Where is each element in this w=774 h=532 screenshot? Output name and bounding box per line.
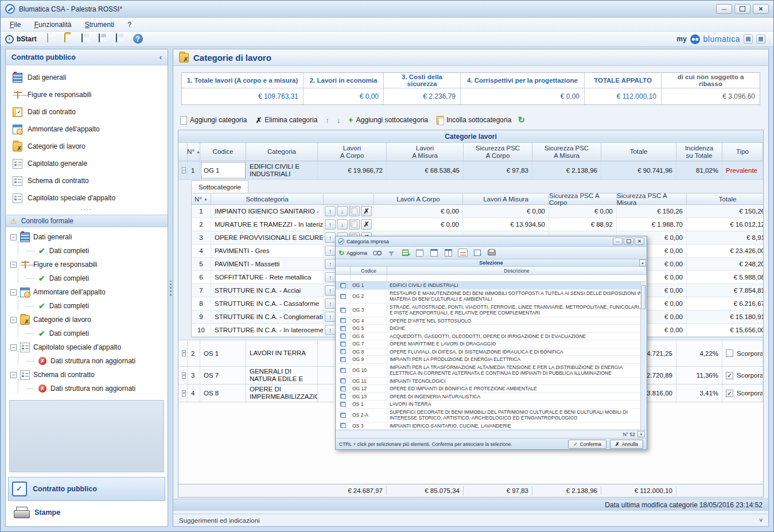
filter-code-input[interactable] [351, 275, 387, 281]
sub-col-lavori-corpo[interactable]: Lavori A Corpo [374, 193, 463, 204]
collapse-row-button[interactable] [178, 161, 188, 179]
split-view-icon[interactable] [444, 248, 453, 257]
tree-expander[interactable] [10, 344, 17, 351]
category-row-og1[interactable]: 1 OG 1 EDIFICI CIVILI E INDUSTRIALI € 19… [178, 161, 763, 180]
paste-subcategory-button[interactable]: Incolla sottocategoria [434, 115, 514, 126]
expand-row-button[interactable] [178, 367, 188, 384]
count-dropdown-icon[interactable] [637, 431, 645, 437]
copy-button[interactable] [349, 219, 360, 230]
col-sicurezza-misura[interactable]: Sicurezza PSCA Misura [532, 143, 601, 161]
tree-expander[interactable] [10, 317, 17, 323]
col-totale[interactable]: Totale [601, 143, 676, 161]
scorporabile-checkbox[interactable] [726, 390, 733, 397]
category-option-row[interactable]: OG 5 DIGHE [336, 325, 647, 333]
filter-icon[interactable] [386, 248, 396, 257]
sidebar-item[interactable]: Capitolato speciale d'appalto [8, 189, 165, 207]
col-sicurezza-corpo[interactable]: Sicurezza PSCA Corpo [464, 143, 532, 161]
news-icon[interactable] [756, 34, 765, 44]
category-option-row[interactable]: OG 3 STRADE, AUTOSTRADE, PONTI, VIADOTTI… [336, 304, 647, 317]
sidebar-stampe-button[interactable]: Stampe [8, 501, 165, 524]
expand-row-button[interactable] [178, 385, 188, 402]
save-all-button[interactable] [99, 34, 110, 44]
sidebar-contratto-pubblico-button[interactable]: Contratto pubblico [8, 477, 165, 501]
help-button[interactable] [133, 34, 145, 44]
category-option-row[interactable]: OG 10 IMPIANTI PER LA TRASFORMAZIONE ALT… [336, 364, 647, 378]
minimize-button[interactable] [716, 4, 732, 14]
move-down-button[interactable] [337, 206, 348, 216]
move-up-button[interactable] [325, 232, 336, 243]
dialog-scrollbar[interactable] [640, 282, 647, 430]
category-option-row[interactable]: OG 2 RESTAURO E MANUTENZIONE DEI BENI IM… [336, 290, 647, 304]
expand-row-button[interactable] [178, 340, 188, 366]
subcategory-row[interactable]: 1 IMPIANTO IGIENICO SANITARIO - € 0,00 €… [192, 205, 764, 218]
col-num[interactable]: N° [188, 143, 200, 161]
save-as-button[interactable] [116, 34, 127, 44]
menu-item[interactable]: ? [122, 19, 137, 30]
col-codice[interactable]: Codice [200, 143, 246, 161]
col-incidenza[interactable]: Incidenzasu Totale [676, 143, 722, 161]
category-option-row[interactable]: OG 12 OPERE ED IMPIANTI DI BONIFICA E PR… [336, 385, 647, 393]
menu-item[interactable]: Funzionalità [29, 19, 77, 30]
move-up-button[interactable] [325, 312, 336, 322]
dialog-close-button[interactable] [635, 238, 644, 245]
move-down-button[interactable] [337, 219, 348, 230]
bstart-button[interactable]: bStart [5, 35, 37, 44]
close-button[interactable] [753, 4, 769, 14]
delete-button[interactable] [361, 206, 372, 216]
col-tipo[interactable]: Tipo [722, 143, 763, 161]
sub-col-name[interactable]: Sottocategoria [211, 193, 324, 204]
move-up-button[interactable] [324, 116, 331, 125]
find-icon[interactable] [372, 248, 382, 257]
delete-category-button[interactable]: Elimina categoria [253, 115, 320, 126]
tree-node-label[interactable]: Figure e responsabili [33, 261, 97, 269]
sidebar-splitter[interactable]: ···· [6, 208, 168, 215]
category-option-row[interactable]: OG 11 IMPIANTI TECNOLOGICI [336, 378, 647, 386]
category-option-row[interactable]: OG 4 OPERE D'ARTE NEL SOTTOSUOLO [336, 317, 647, 325]
dialog-col-codice[interactable]: Codice [351, 267, 387, 274]
tree-expander[interactable] [10, 289, 17, 296]
dialog-col-descrizione[interactable]: Descrizione [387, 267, 647, 274]
maximize-button[interactable] [734, 4, 750, 14]
category-option-row[interactable]: OS 1 LAVORI IN TERRA [336, 401, 647, 409]
dialog-maximize-button[interactable] [624, 238, 633, 245]
delete-button[interactable] [361, 219, 372, 230]
col-lavori-misura[interactable]: LavoriA Misura [387, 143, 464, 161]
sub-col-sicurezza-misura[interactable]: Sicurezza PSC A Misura [617, 193, 687, 204]
row-code-cell[interactable]: OS 8 [200, 385, 246, 402]
category-option-row[interactable]: OG 1 EDIFICI CIVILI E INDUSTRIALI [336, 282, 647, 290]
move-up-button[interactable] [325, 298, 336, 309]
scorporabile-checkbox[interactable] [726, 372, 733, 379]
new-file-button[interactable] [47, 34, 59, 44]
category-option-row[interactable]: OS 3 IMPIANTI IDRICO-SANITARIO, CUCINE, … [336, 422, 647, 430]
sidebar-item[interactable]: Ammontare dell'appalto [8, 121, 165, 138]
sub-col-totale[interactable]: Totale [687, 193, 764, 204]
scorporabile-checkbox[interactable] [726, 350, 733, 357]
sidebar-item[interactable]: Capitolato generale [8, 155, 165, 172]
category-option-row[interactable]: OG 9 IMPIANTI PER LA PRODUZIONE DI ENERG… [336, 356, 647, 364]
tab-sottocategorie[interactable]: Sottocategorie [191, 180, 248, 193]
chevron-down-icon[interactable] [759, 517, 763, 523]
vertical-splitter[interactable] [168, 49, 173, 527]
grid-view-icon[interactable] [429, 248, 439, 257]
col-categoria[interactable]: Categoria [246, 143, 318, 161]
card-view-icon[interactable] [415, 248, 425, 257]
category-option-row[interactable]: OG 8 OPERE FLUVIALI, DI DIFESA, DI SISTE… [336, 348, 647, 356]
hint-bar[interactable]: Suggerimenti ed indicazioni [173, 514, 768, 526]
tree-expander[interactable] [10, 262, 17, 268]
sub-col-sicurezza-corpo[interactable]: Sicurezza PSC A Corpo [549, 193, 617, 204]
row-code-cell[interactable]: OS 1 [200, 340, 246, 366]
profile-icon[interactable] [744, 34, 753, 44]
add-subcategory-button[interactable]: Aggiungi sottocategoria [346, 114, 430, 126]
move-up-button[interactable] [325, 325, 336, 335]
move-up-button[interactable] [325, 219, 336, 230]
category-option-row[interactable]: OG 13 OPERE DI INGENERIA NATURALISTICA [336, 393, 647, 401]
annulla-button[interactable]: Annulla [610, 440, 643, 449]
sidebar-collapse-button[interactable]: ‹ [160, 53, 162, 61]
tree-node-label[interactable]: Schema di contratto [33, 371, 95, 379]
filter-desc-input[interactable] [387, 275, 647, 281]
move-up-button[interactable] [325, 285, 336, 296]
scrollbar-thumb[interactable] [641, 285, 646, 309]
print-icon[interactable] [487, 248, 496, 257]
tree-node-label[interactable]: Categorie di lavoro [33, 316, 91, 324]
row-code-cell[interactable]: OS 7 [200, 367, 246, 384]
